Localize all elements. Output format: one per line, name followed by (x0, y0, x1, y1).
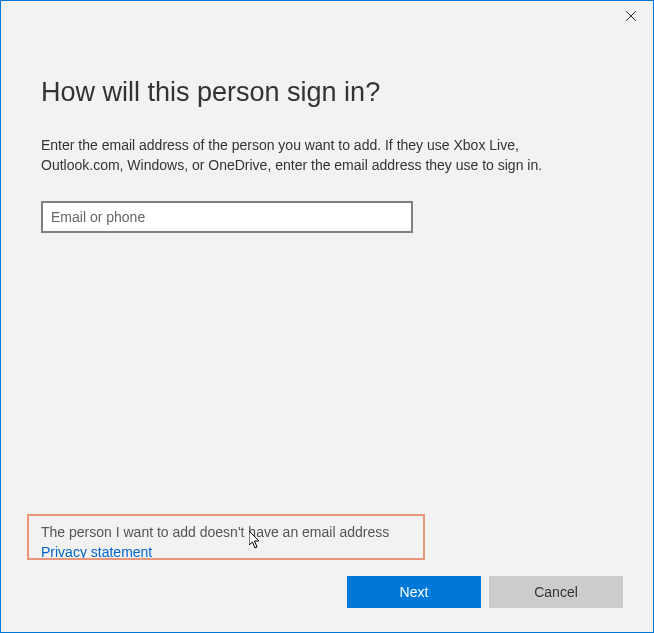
close-icon (626, 11, 636, 21)
close-button[interactable] (608, 1, 653, 31)
email-input[interactable] (41, 201, 413, 233)
instruction-text: Enter the email address of the person yo… (41, 136, 601, 175)
privacy-statement-link[interactable]: Privacy statement (41, 544, 152, 560)
dialog-window: How will this person sign in? Enter the … (0, 0, 654, 633)
next-button[interactable]: Next (347, 576, 481, 608)
titlebar (1, 1, 653, 31)
dialog-content: How will this person sign in? Enter the … (1, 31, 653, 233)
cancel-button[interactable]: Cancel (489, 576, 623, 608)
page-title: How will this person sign in? (41, 77, 613, 108)
button-row: Next Cancel (347, 576, 623, 608)
no-email-link[interactable]: The person I want to add doesn't have an… (41, 524, 389, 540)
